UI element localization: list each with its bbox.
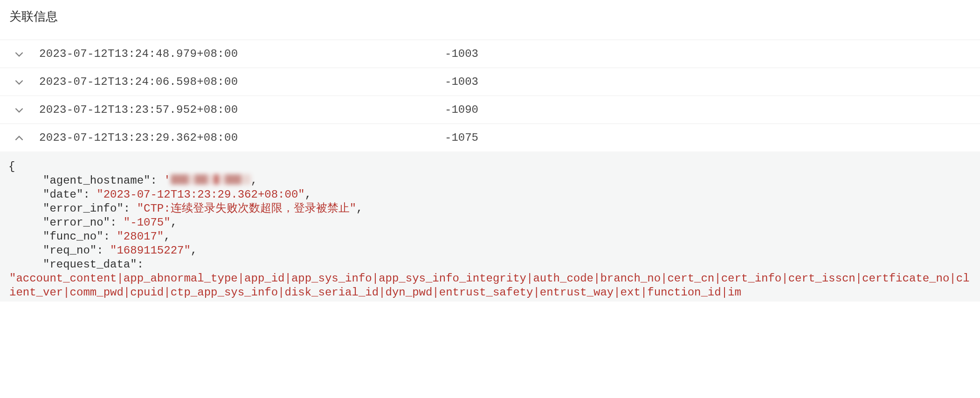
json-value: "CTP:连续登录失败次数超限，登录被禁止": [137, 202, 356, 215]
json-brace-open: {: [8, 160, 972, 174]
json-colon: :: [150, 174, 164, 187]
expand-toggle[interactable]: [13, 76, 39, 88]
log-timestamp: 2023-07-12T13:24:48.979+08:00: [39, 48, 445, 60]
json-value: "2023-07-12T13:23:29.362+08:00": [97, 188, 304, 201]
json-colon: :: [97, 244, 110, 257]
expand-toggle[interactable]: [13, 104, 39, 116]
json-colon: :: [124, 202, 137, 215]
log-timestamp: 2023-07-12T13:23:29.362+08:00: [39, 131, 445, 144]
log-row[interactable]: 2023-07-12T13:24:06.598+08:00 -1003: [0, 68, 980, 96]
json-key: "date": [43, 188, 83, 201]
log-timestamp: 2023-07-12T13:23:57.952+08:00: [39, 103, 445, 116]
json-colon: :: [110, 216, 124, 229]
json-comma: ,: [164, 230, 170, 243]
section-title: 关联信息: [0, 0, 980, 40]
json-comma: ,: [356, 202, 363, 215]
expand-toggle[interactable]: [13, 48, 39, 60]
json-field-req-no: "req_no": "1689115227",: [8, 244, 972, 258]
json-key: "req_no": [43, 244, 97, 257]
json-value-request-data: "account_content|app_abnormal_type|app_i…: [8, 272, 972, 300]
json-colon: :: [83, 188, 97, 201]
chevron-down-icon: [13, 104, 25, 116]
json-colon: :: [104, 230, 117, 243]
json-key: "error_no": [43, 216, 110, 229]
chevron-down-icon: [13, 48, 25, 60]
json-comma: ,: [305, 188, 311, 201]
json-field-date: "date": "2023-07-12T13:23:29.362+08:00",: [8, 188, 972, 202]
redacted-value: [171, 174, 251, 185]
log-detail-pane: { "agent_hostname": ', "date": "2023-07-…: [0, 151, 980, 302]
log-row[interactable]: 2023-07-12T13:23:29.362+08:00 -1075: [0, 124, 980, 151]
json-value: "-1075": [124, 216, 171, 229]
chevron-up-icon: [13, 132, 25, 144]
json-key: "func_no": [43, 230, 104, 243]
chevron-down-icon: [13, 76, 25, 88]
log-code: -1003: [445, 75, 478, 88]
json-comma: ,: [251, 174, 257, 187]
json-field-request-data: "request_data":: [8, 258, 972, 272]
log-code: -1003: [445, 48, 478, 60]
json-value-redacted: ': [164, 174, 250, 187]
expand-toggle[interactable]: [13, 132, 39, 144]
json-value: "28017": [117, 230, 164, 243]
log-code: -1090: [445, 103, 478, 116]
json-field-agent-hostname: "agent_hostname": ',: [8, 174, 972, 188]
log-row[interactable]: 2023-07-12T13:23:57.952+08:00 -1090: [0, 96, 980, 124]
log-row[interactable]: 2023-07-12T13:24:48.979+08:00 -1003: [0, 40, 980, 68]
json-key: "request_data": [43, 258, 137, 271]
log-code: -1075: [445, 131, 478, 144]
json-value: "1689115227": [110, 244, 191, 257]
json-field-error-no: "error_no": "-1075",: [8, 216, 972, 230]
json-colon: :: [137, 258, 144, 271]
json-comma: ,: [171, 216, 177, 229]
json-key: "error_info": [43, 202, 124, 215]
json-field-func-no: "func_no": "28017",: [8, 230, 972, 244]
log-timestamp: 2023-07-12T13:24:06.598+08:00: [39, 75, 445, 88]
json-key: "agent_hostname": [43, 174, 150, 187]
json-field-error-info: "error_info": "CTP:连续登录失败次数超限，登录被禁止",: [8, 202, 972, 216]
json-comma: ,: [191, 244, 197, 257]
